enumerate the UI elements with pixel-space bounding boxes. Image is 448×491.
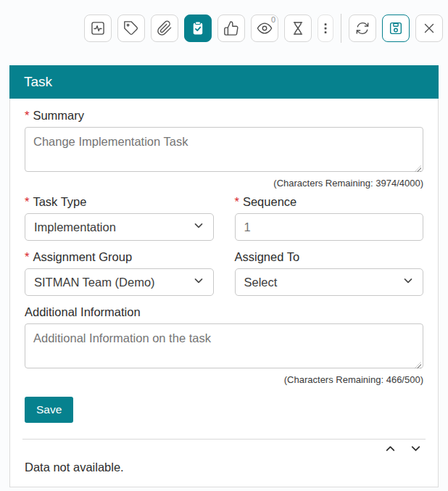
attachment-button[interactable] (151, 15, 178, 42)
tasks-button[interactable] (184, 15, 212, 42)
assigned-to-group: Assigned To Select (235, 250, 424, 296)
collapse-up-button[interactable] (384, 442, 397, 457)
chevron-down-icon (193, 220, 204, 234)
more-options-button[interactable] (318, 15, 333, 42)
paperclip-icon (157, 20, 173, 36)
task-list-section: Data not available. (25, 439, 423, 474)
tag-icon (123, 20, 139, 36)
save-toolbar-button[interactable] (382, 15, 410, 42)
chevron-down-icon (410, 442, 422, 457)
watch-button[interactable]: 0 (251, 15, 278, 42)
assigned-to-select[interactable]: Select (235, 268, 424, 296)
task-type-group: * Task Type Implementation (25, 195, 214, 241)
toolbar: 0 (0, 0, 448, 42)
approve-button[interactable] (217, 15, 245, 42)
summary-char-count: (Characters Remaining: 3974/4000) (25, 178, 423, 189)
close-button[interactable] (415, 15, 443, 42)
assignment-group-label: * Assignment Group (25, 250, 214, 264)
save-button[interactable]: Save (25, 397, 73, 423)
task-type-label: * Task Type (25, 195, 214, 209)
assigned-to-value: Select (244, 276, 278, 289)
toolbar-divider (341, 14, 341, 43)
page-title: Task (24, 74, 52, 90)
sequence-label: * Sequence (235, 195, 424, 209)
sequence-input[interactable] (235, 213, 424, 241)
empty-state-message: Data not available. (25, 461, 423, 474)
task-form: * Summary Change Implementation Task (Ch… (10, 99, 438, 486)
hourglass-icon (290, 20, 306, 36)
task-type-select[interactable]: Implementation (25, 213, 214, 241)
task-panel-header: Task (9, 65, 439, 99)
additional-information-field[interactable]: Additional Information on the task (25, 323, 423, 368)
activity-icon (90, 20, 106, 36)
assigned-to-label: Assigned To (235, 250, 424, 264)
history-button[interactable] (284, 15, 312, 42)
collapse-down-button[interactable] (410, 442, 422, 457)
eye-icon (257, 20, 273, 36)
task-type-value: Implementation (34, 220, 116, 234)
required-marker: * (235, 195, 239, 209)
sequence-group: * Sequence (235, 195, 424, 241)
refresh-icon (354, 20, 370, 36)
assignment-group-select[interactable]: SITMAN Team (Demo) (25, 268, 214, 296)
chevron-down-icon (402, 275, 414, 289)
additional-information-label: Additional Information (25, 305, 423, 319)
chevron-down-icon (193, 275, 204, 289)
chevron-up-icon (384, 442, 397, 457)
thumbs-up-icon (223, 20, 239, 36)
activity-button[interactable] (84, 15, 112, 42)
close-icon (421, 20, 437, 36)
tag-button[interactable] (117, 15, 145, 42)
save-icon (388, 20, 404, 36)
additional-information-char-count: (Characters Remaining: 466/500) (25, 374, 423, 385)
watch-count-badge: 0 (271, 16, 275, 24)
task-panel: Task * Summary Change Implementation Tas… (9, 65, 439, 487)
kebab-menu-icon (319, 20, 332, 36)
required-marker: * (25, 109, 29, 123)
assignment-group-value: SITMAN Team (Demo) (34, 276, 155, 289)
refresh-button[interactable] (349, 15, 376, 42)
required-marker: * (25, 195, 29, 209)
required-marker: * (25, 250, 29, 264)
summary-field[interactable]: Change Implementation Task (25, 127, 423, 172)
clipboard-check-icon (190, 20, 206, 36)
assignment-group-group: * Assignment Group SITMAN Team (Demo) (25, 250, 214, 296)
summary-label: * Summary (25, 109, 423, 123)
